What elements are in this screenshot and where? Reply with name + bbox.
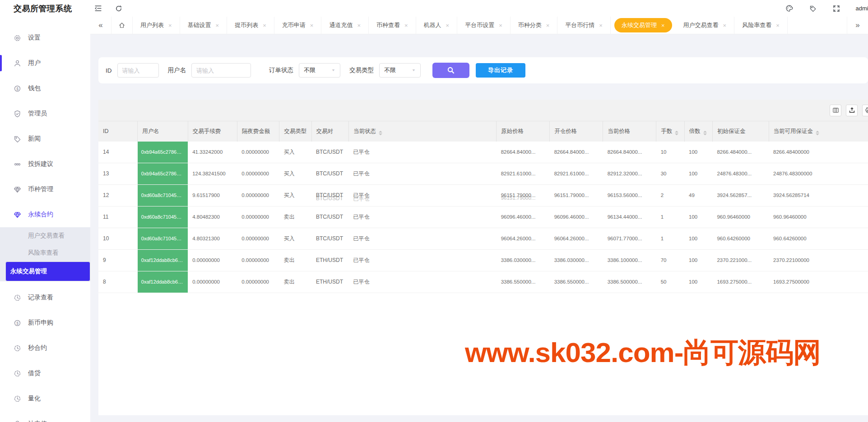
cell-open_price: 82664.84000...	[550, 142, 603, 163]
chevron-down-icon: ▼	[412, 69, 416, 72]
tab-label: 永续交易管理	[622, 21, 657, 29]
sidebar-item[interactable]: 管理员	[0, 101, 90, 126]
cell-original_price: 96064.26000...	[497, 228, 550, 249]
gear-icon	[14, 34, 21, 42]
sidebar-subitem[interactable]: 用户交易查看	[0, 227, 90, 244]
sidebar-item-label: 设置	[28, 34, 41, 42]
cell-fee: 124.38241500	[188, 163, 237, 184]
sort-icon[interactable]	[816, 131, 819, 135]
tab-close-icon[interactable]: ×	[357, 22, 361, 29]
order-status-select[interactable]: 不限 ▼	[299, 63, 340, 78]
sidebar-item[interactable]: 站内信	[0, 411, 90, 422]
tab-item[interactable]: 平台币行情×	[557, 17, 611, 34]
tab-close-icon[interactable]: ×	[499, 22, 502, 29]
tab-item[interactable]: 币种分类×	[511, 17, 558, 34]
tab-item[interactable]: 风险率查看×	[734, 17, 788, 34]
tab-close-icon[interactable]: ×	[446, 22, 450, 29]
refresh-icon[interactable]	[113, 3, 125, 14]
cell-id: 9	[98, 249, 138, 271]
username-chip: 0xd60a8c7104532...	[138, 185, 188, 206]
tab-close-icon[interactable]: ×	[661, 22, 665, 29]
record-clock-icon	[14, 294, 21, 302]
topbar-right-icons: admin	[784, 3, 868, 14]
cell-lots: 2	[656, 184, 684, 206]
sidebar-item-label: 新币申购	[28, 319, 53, 327]
tab-item[interactable]: 币种查看×	[369, 17, 416, 34]
search-button[interactable]	[432, 63, 469, 78]
svg-text:$: $	[16, 321, 19, 325]
cell-username: 0xb94a65c2786a3...	[138, 163, 188, 184]
sidebar-item[interactable]: 投拆建议	[0, 151, 90, 177]
admin-user-label[interactable]: admin	[856, 5, 868, 12]
tab-item[interactable]: 基础设置×	[180, 17, 227, 34]
theme-palette-icon[interactable]	[784, 3, 795, 14]
tab-close-icon[interactable]: ×	[546, 22, 550, 29]
tab-item[interactable]: 平台币设置×	[457, 17, 511, 34]
sidebar-item[interactable]: $新币申购	[0, 310, 90, 335]
tab-item[interactable]: 机器人×	[416, 17, 458, 34]
sidebar-fold-icon[interactable]	[92, 3, 104, 14]
tab-item[interactable]: 提币列表×	[227, 17, 274, 34]
tab-item[interactable]: 永续交易管理×	[614, 18, 672, 32]
column-header-multiple[interactable]: 倍数	[684, 121, 712, 142]
sidebar-item[interactable]: 永续合约	[0, 202, 90, 227]
cell-trade_type: 卖出	[279, 206, 311, 228]
sidebar-item[interactable]: 新闻	[0, 126, 90, 151]
columns-filter-icon[interactable]	[830, 105, 841, 116]
id-filter-input[interactable]	[117, 63, 159, 78]
cell-id: 13	[98, 163, 138, 184]
quant-icon	[14, 395, 21, 403]
table-toolbar	[98, 100, 868, 121]
cell-open_price: 3386.550000...	[550, 271, 603, 293]
tab-label: 平台币行情	[565, 21, 594, 29]
sidebar-subitem[interactable]: 风险率查看	[0, 244, 90, 261]
tag-icon[interactable]	[807, 3, 819, 14]
trade-type-select[interactable]: 不限 ▼	[379, 63, 421, 78]
sort-icon[interactable]	[703, 131, 707, 135]
export-table-icon[interactable]	[846, 105, 858, 116]
column-header-status[interactable]: 当前状态	[348, 121, 496, 142]
sidebar-item-label: 币种管理	[28, 185, 53, 193]
sidebar-item[interactable]: 记录查看	[0, 285, 90, 310]
tab-label: 通道充值	[329, 21, 353, 29]
tab-close-icon[interactable]: ×	[168, 22, 172, 29]
tab-item[interactable]: 用户交易查看×	[676, 17, 735, 34]
cell-username: 0xb94a65c2786a3...	[138, 142, 188, 163]
fullscreen-icon[interactable]	[831, 3, 842, 14]
sort-icon[interactable]	[675, 131, 678, 135]
tab-close-icon[interactable]: ×	[263, 22, 266, 29]
home-tab-icon[interactable]	[111, 17, 133, 34]
username-filter-input[interactable]	[191, 63, 251, 78]
tab-close-icon[interactable]: ×	[404, 22, 408, 29]
cell-multiple: 100	[684, 142, 712, 163]
tabs-scroll-left-icon[interactable]: «	[90, 17, 111, 34]
cell-trade_type: 买入	[279, 163, 311, 184]
tab-close-icon[interactable]: ×	[776, 22, 780, 29]
table-row: 80xaf12ddab8cb60...0.000000000.00000000卖…	[98, 271, 868, 293]
sidebar-item[interactable]: 币种管理	[0, 177, 90, 202]
sidebar-item[interactable]: 量化	[0, 386, 90, 411]
sort-icon[interactable]	[379, 131, 382, 135]
tab-close-icon[interactable]: ×	[216, 22, 219, 29]
sidebar-item[interactable]: 用户	[0, 50, 90, 76]
tab-close-icon[interactable]: ×	[599, 22, 603, 29]
cell-trade_type: 买入	[279, 184, 311, 206]
tab-item[interactable]: 用户列表×	[133, 17, 180, 34]
column-header-available_margin[interactable]: 当前可用保证金	[769, 121, 868, 142]
tab-item[interactable]: 通道充值×	[321, 17, 369, 34]
export-records-button[interactable]: 导出记录	[476, 63, 525, 78]
tab-close-icon[interactable]: ×	[723, 22, 727, 29]
sidebar-item[interactable]: $钱包	[0, 76, 90, 101]
trade-type-filter-label: 交易类型	[349, 66, 374, 74]
sidebar-item[interactable]: 设置	[0, 25, 90, 50]
tabs-scroll-right-icon[interactable]: »	[847, 17, 868, 34]
cell-current_price: 3386.500000...	[603, 271, 656, 293]
tab-item[interactable]: 充币申请×	[274, 17, 322, 34]
print-icon[interactable]	[862, 105, 868, 116]
tab-close-icon[interactable]: ×	[310, 22, 314, 29]
sidebar-item[interactable]: 秒合约	[0, 335, 90, 361]
sidebar-subitem[interactable]: 永续交易管理	[5, 261, 90, 281]
column-header-lots[interactable]: 手数	[656, 121, 684, 142]
sidebar-item[interactable]: 借贷	[0, 361, 90, 386]
cell-username: 0xd60a8c7104532...	[138, 206, 188, 228]
